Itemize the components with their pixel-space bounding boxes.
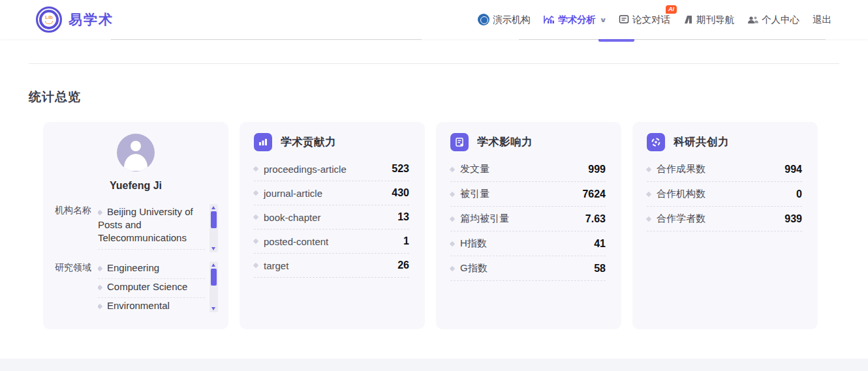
nav-analysis-label: 学术分析 [558, 14, 596, 26]
top-nav: 演示机构 学术分析 ∨ 论文对话 AI [478, 14, 831, 26]
nav-item-org[interactable]: 演示机构 [478, 14, 531, 26]
metric-row: journal-article 430 [254, 181, 409, 205]
scroll-down-icon[interactable] [211, 307, 215, 310]
nav-chat-label: 论文对话 [632, 14, 670, 26]
institution-row: 机构名称 Beijing University of Posts and Tel… [55, 203, 218, 251]
journal-icon [683, 14, 693, 25]
research-field-item: Engineering [98, 260, 205, 279]
scrolled-form-strip [0, 39, 868, 64]
nav-item-logout[interactable]: 退出 [813, 14, 831, 26]
analytics-chart-icon [544, 14, 555, 25]
input-underline [519, 39, 826, 40]
card-title: 学术贡献力 [281, 135, 336, 149]
scholar-profile-card: Yuefeng Ji 机构名称 Beijing University of Po… [43, 122, 228, 329]
institution-label: 机构名称 [55, 203, 95, 251]
page-footer [0, 359, 868, 371]
card-title: 学术影响力 [477, 135, 533, 149]
metric-row: 发文量 999 [450, 157, 606, 182]
metric-row: 合作机构数 0 [647, 182, 802, 207]
metric-row: H指数 41 [450, 231, 606, 256]
metric-row: posted-content 1 [254, 230, 409, 254]
nav-item-personal-center[interactable]: 个人中心 [747, 14, 799, 26]
brand[interactable]: Lib 易学术 [36, 7, 114, 33]
metric-row: G指数 58 [450, 256, 606, 281]
brand-name: 易学术 [69, 10, 114, 29]
card-title: 科研共创力 [674, 135, 729, 149]
scholar-name: Yuefeng Ji [52, 180, 219, 192]
nav-journal-label: 期刊导航 [696, 14, 734, 26]
scrollbar[interactable] [209, 204, 218, 252]
book-icon [45, 21, 53, 24]
avatar [117, 134, 155, 171]
institution-value: Beijing University of Posts and Telecomm… [98, 203, 205, 250]
collaboration-icon [647, 133, 665, 151]
main-content: 统计总览 Yuefeng Ji 机构名称 Beijing University … [0, 89, 868, 329]
research-fields-row: 研究领域 Engineering Computer Science Enviro… [55, 260, 218, 311]
users-icon [747, 15, 758, 25]
nav-item-academic-analysis[interactable]: 学术分析 ∨ [544, 14, 606, 26]
academic-contribution-card: 学术贡献力 proceedings-article 523 journal-ar… [240, 122, 425, 329]
bar-chart-icon [254, 133, 272, 151]
research-collaboration-card: 科研共创力 合作成果数 994 合作机构数 0 合作学者数 939 [632, 122, 818, 329]
section-divider [29, 63, 839, 64]
scroll-down-icon[interactable] [211, 247, 215, 250]
scroll-up-icon[interactable] [211, 263, 215, 267]
stats-cards-row: Yuefeng Ji 机构名称 Beijing University of Po… [43, 122, 868, 329]
chat-icon [619, 14, 629, 25]
metric-row: 合作成果数 994 [647, 157, 802, 182]
research-field-item: Environmental Science [98, 298, 205, 311]
metric-row: 篇均被引量 7.63 [450, 207, 606, 231]
scrollbar[interactable] [209, 261, 218, 312]
nav-profile-label: 个人中心 [762, 14, 799, 26]
metric-row: 合作学者数 939 [647, 207, 802, 231]
ai-badge: AI [666, 5, 677, 14]
input-underline [111, 39, 422, 40]
page-title: 统计总览 [29, 89, 868, 106]
document-icon [450, 133, 469, 151]
nav-item-paper-chat[interactable]: 论文对话 AI [619, 14, 670, 26]
metric-row: 被引量 7624 [450, 182, 606, 207]
research-fields-label: 研究领域 [55, 260, 95, 311]
metric-row: book-chapter 13 [254, 205, 409, 230]
academic-influence-card: 学术影响力 发文量 999 被引量 7624 篇均被引量 7.63 H指数 41 [436, 122, 621, 329]
research-field-item: Computer Science [98, 279, 205, 298]
scroll-up-icon[interactable] [211, 206, 215, 209]
scrollbar-thumb[interactable] [211, 211, 217, 228]
org-badge-icon [478, 14, 489, 25]
chevron-down-icon: ∨ [599, 16, 606, 23]
logo-lib-text: Lib [45, 15, 53, 20]
metric-row: proceedings-article 523 [254, 157, 409, 181]
nav-org-label: 演示机构 [493, 14, 531, 26]
metric-row: target 26 [254, 254, 409, 278]
app-header: Lib 易学术 演示机构 学术分析 ∨ [0, 0, 868, 39]
brand-logo-icon: Lib [36, 7, 62, 33]
scrollbar-thumb[interactable] [211, 269, 217, 286]
nav-logout-label: 退出 [813, 14, 831, 26]
nav-item-journal-nav[interactable]: 期刊导航 [683, 14, 734, 26]
